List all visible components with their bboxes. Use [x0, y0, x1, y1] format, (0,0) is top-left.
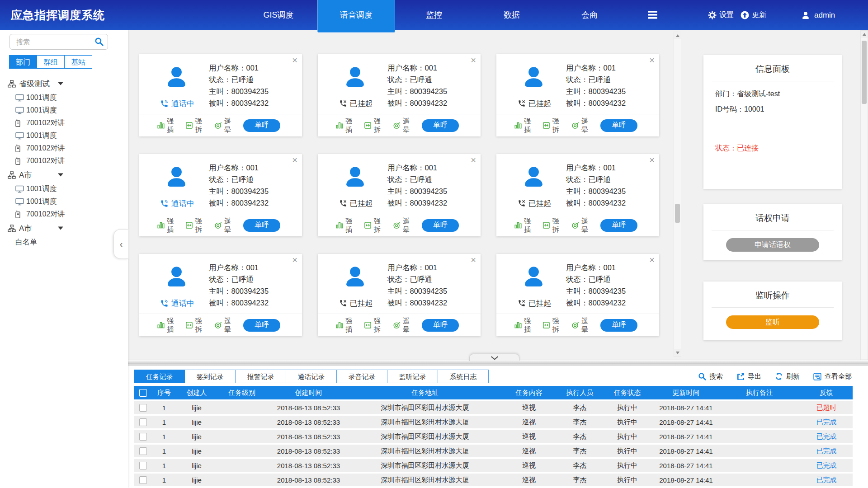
settings-button[interactable]: 设置 — [708, 0, 734, 30]
single-call-button[interactable]: 单呼 — [422, 219, 459, 232]
row-checkbox[interactable] — [139, 433, 147, 441]
close-icon[interactable]: × — [471, 255, 476, 265]
force-insert-action[interactable]: 强插 — [157, 317, 179, 334]
table-row[interactable]: 1lijie2018-08-13 08:52:33深圳市福田区彩田村水源大厦巡视… — [134, 445, 853, 457]
force-release-action[interactable]: 强拆 — [186, 317, 208, 334]
search-input[interactable] — [15, 34, 90, 49]
feedback-cell[interactable]: 已超时 — [800, 404, 853, 412]
tree-leaf-node[interactable]: 白名单 — [0, 236, 128, 249]
record-tab[interactable]: 系统日志 — [438, 370, 489, 383]
sidebar-tab[interactable]: 部门 — [9, 55, 37, 69]
feedback-cell[interactable]: 已完成 — [800, 418, 853, 427]
nav-tab[interactable]: 会商 — [551, 0, 628, 30]
scrollbar-thumb[interactable] — [675, 204, 680, 223]
cards-scrollbar[interactable] — [674, 32, 681, 357]
tree-leaf-node[interactable]: 700102对讲 — [0, 117, 128, 129]
caret-down-icon[interactable] — [58, 226, 63, 230]
user-menu[interactable]: admin — [801, 0, 835, 30]
row-checkbox[interactable] — [139, 476, 147, 484]
nav-tab[interactable]: 数据 — [473, 0, 551, 30]
remote-stun-action[interactable]: 遥晕 — [393, 117, 415, 134]
tree-leaf-node[interactable]: 1001调度 — [0, 129, 128, 142]
export-tool-button[interactable]: 导出 — [736, 372, 761, 381]
feedback-cell[interactable]: 已完成 — [800, 447, 853, 455]
record-tab[interactable]: 录音记录 — [336, 370, 387, 383]
close-icon[interactable]: × — [471, 155, 476, 165]
single-call-button[interactable]: 单呼 — [600, 319, 637, 332]
single-call-button[interactable]: 单呼 — [243, 119, 280, 132]
single-call-button[interactable]: 单呼 — [422, 319, 459, 332]
scroll-up-icon[interactable] — [861, 31, 868, 38]
refresh-tool-button[interactable]: 刷新 — [775, 372, 800, 381]
record-tab[interactable]: 通话记录 — [286, 370, 337, 383]
single-call-button[interactable]: 单呼 — [600, 119, 637, 132]
close-icon[interactable]: × — [649, 255, 655, 265]
caret-down-icon[interactable] — [58, 82, 63, 85]
sidebar-collapse-handle[interactable]: ‹ — [113, 229, 128, 259]
force-insert-action[interactable]: 强插 — [157, 217, 179, 234]
close-icon[interactable]: × — [292, 255, 297, 265]
close-icon[interactable]: × — [649, 55, 655, 65]
force-insert-action[interactable]: 强插 — [514, 317, 537, 334]
feedback-cell[interactable]: 已完成 — [800, 476, 853, 484]
tree-leaf-node[interactable]: 700102对讲 — [0, 208, 128, 221]
record-tab[interactable]: 任务记录 — [134, 370, 185, 383]
sidebar-tab[interactable]: 基站 — [64, 55, 92, 69]
single-call-button[interactable]: 单呼 — [243, 319, 280, 332]
tree-leaf-node[interactable]: 700102对讲 — [0, 155, 128, 167]
force-release-action[interactable]: 强拆 — [364, 117, 386, 134]
sidebar-tab[interactable]: 群组 — [37, 55, 65, 69]
splitter-handle[interactable] — [469, 354, 519, 361]
force-release-action[interactable]: 强拆 — [364, 217, 386, 234]
remote-stun-action[interactable]: 遥晕 — [393, 217, 415, 234]
table-row[interactable]: 1lijie2018-08-13 08:52:33深圳市福田区彩田村水源大厦巡视… — [134, 430, 853, 443]
listen-button[interactable]: 监听 — [726, 315, 819, 329]
row-checkbox[interactable] — [139, 404, 147, 412]
menu-icon[interactable] — [648, 11, 657, 21]
update-button[interactable]: 更新 — [741, 0, 766, 30]
force-release-action[interactable]: 强拆 — [186, 217, 208, 234]
record-tab[interactable]: 签到记录 — [184, 370, 236, 383]
force-release-action[interactable]: 强拆 — [543, 117, 565, 134]
search-tool-button[interactable]: 搜索 — [698, 372, 723, 381]
single-call-button[interactable]: 单呼 — [243, 219, 280, 232]
force-release-action[interactable]: 强拆 — [543, 217, 565, 234]
remote-stun-action[interactable]: 遥晕 — [214, 217, 237, 234]
row-checkbox[interactable] — [139, 447, 147, 455]
force-release-action[interactable]: 强拆 — [543, 317, 565, 334]
scroll-down-icon[interactable] — [674, 349, 681, 357]
force-insert-action[interactable]: 强插 — [157, 117, 179, 134]
tree-leaf-node[interactable]: 1001调度 — [0, 91, 128, 104]
nav-tab[interactable]: 语音调度 — [317, 0, 395, 33]
remote-stun-action[interactable]: 遥晕 — [571, 317, 594, 334]
force-release-action[interactable]: 强拆 — [186, 117, 208, 134]
caret-down-icon[interactable] — [58, 173, 63, 177]
view-all-tool-button[interactable]: 查看全部 — [813, 372, 852, 381]
feedback-cell[interactable]: 已完成 — [800, 432, 853, 441]
remote-stun-action[interactable]: 遥晕 — [393, 317, 415, 334]
request-floor-button[interactable]: 申请话语权 — [726, 238, 819, 252]
tree-leaf-node[interactable]: 1001调度 — [0, 183, 128, 195]
close-icon[interactable]: × — [649, 155, 655, 165]
tree-group-node[interactable]: 省级测试 — [0, 76, 128, 91]
close-icon[interactable]: × — [292, 55, 297, 65]
tree-group-node[interactable]: A市 — [0, 221, 128, 236]
force-insert-action[interactable]: 强插 — [336, 217, 358, 234]
tree-leaf-node[interactable]: 1001调度 — [0, 104, 128, 117]
tree-leaf-node[interactable]: 700102对讲 — [0, 142, 128, 155]
single-call-button[interactable]: 单呼 — [422, 119, 459, 132]
select-all-checkbox[interactable] — [139, 389, 147, 397]
force-release-action[interactable]: 强拆 — [364, 317, 386, 334]
tree-group-node[interactable]: A市 — [0, 167, 128, 183]
record-tab[interactable]: 监听记录 — [387, 370, 438, 383]
table-row[interactable]: 1lijie2018-08-13 08:52:33深圳市福田区彩田村水源大厦巡视… — [134, 474, 853, 486]
remote-stun-action[interactable]: 遥晕 — [571, 117, 594, 134]
force-insert-action[interactable]: 强插 — [514, 117, 537, 134]
force-insert-action[interactable]: 强插 — [514, 217, 537, 234]
close-icon[interactable]: × — [292, 155, 297, 165]
table-row[interactable]: 1lijie2018-08-13 08:52:33深圳市福田区彩田村水源大厦巡视… — [134, 459, 853, 472]
single-call-button[interactable]: 单呼 — [600, 219, 637, 232]
force-insert-action[interactable]: 强插 — [336, 317, 358, 334]
scrollbar-thumb[interactable] — [862, 41, 867, 104]
scroll-up-icon[interactable] — [674, 32, 681, 39]
